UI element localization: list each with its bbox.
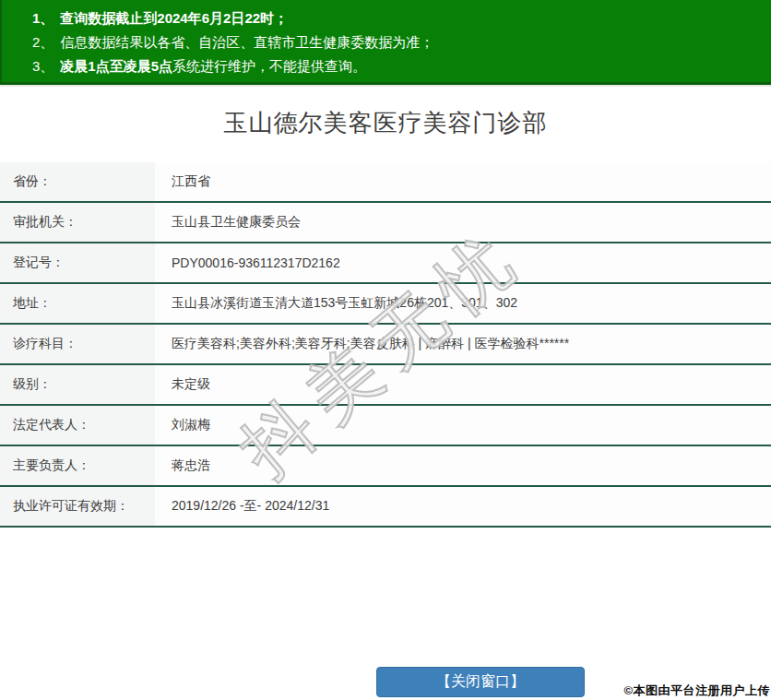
- row-value: 江西省: [155, 162, 771, 201]
- row-label: 地址：: [0, 284, 155, 323]
- notice-banner: 1、查询数据截止到2024年6月2日22时； 2、信息数据结果以各省、自治区、直…: [0, 0, 771, 85]
- table-row-license-validity: 执业许可证有效期： 2019/12/26 -至- 2024/12/31: [0, 487, 771, 528]
- notice-line-2: 2、信息数据结果以各省、自治区、直辖市卫生健康委数据为准；: [32, 30, 762, 54]
- row-label: 级别：: [0, 365, 155, 404]
- notice-text: 系统进行维护，不能提供查询。: [172, 58, 366, 74]
- notice-number: 1、: [32, 10, 53, 26]
- notice-number: 2、: [32, 34, 53, 50]
- table-row-registration-number: 登记号： PDY00016-936112317D2162: [0, 243, 771, 284]
- row-label: 诊疗科目：: [0, 325, 155, 363]
- row-label: 主要负责人：: [0, 446, 155, 485]
- row-value: 刘淑梅: [155, 406, 771, 445]
- row-label: 执业许可证有效期：: [0, 487, 155, 526]
- row-value: 玉山县卫生健康委员会: [155, 203, 771, 242]
- table-row-province: 省份： 江西省: [0, 162, 771, 203]
- copyright-notice: ©本图由平台注册用户上传: [623, 682, 770, 699]
- table-row-approval-authority: 审批机关： 玉山县卫生健康委员会: [0, 203, 771, 243]
- table-row-treatment-subjects: 诊疗科目： 医疗美容科;美容外科;美容牙科;美容皮肤科 | 麻醉科 | 医学检验…: [0, 325, 771, 365]
- notice-line-3: 3、凌晨1点至凌晨5点系统进行维护，不能提供查询。: [32, 54, 762, 78]
- row-value: 蒋忠浩: [155, 446, 771, 485]
- table-row-level: 级别： 未定级: [0, 365, 771, 406]
- row-label: 法定代表人：: [0, 406, 155, 445]
- row-value: 医疗美容科;美容外科;美容牙科;美容皮肤科 | 麻醉科 | 医学检验科*****…: [155, 325, 771, 363]
- row-label: 审批机关：: [0, 203, 155, 242]
- row-value: 2019/12/26 -至- 2024/12/31: [155, 487, 771, 526]
- row-value: 未定级: [155, 365, 771, 404]
- notice-text: 信息数据结果以各省、自治区、直辖市卫生健康委数据为准；: [60, 34, 433, 50]
- institution-info-table: 省份： 江西省 审批机关： 玉山县卫生健康委员会 登记号： PDY00016-9…: [0, 162, 771, 528]
- row-label: 登记号：: [0, 243, 155, 282]
- close-window-button[interactable]: 【关闭窗口】: [376, 667, 585, 697]
- notice-text: 查询数据截止到2024年6月2日22时；: [60, 10, 288, 26]
- notice-number: 3、: [32, 58, 53, 74]
- page-title: 玉山德尔美客医疗美容门诊部: [0, 107, 771, 138]
- row-value: 玉山县冰溪街道玉清大道153号玉虹新城26栋201、301、302: [155, 284, 771, 323]
- row-value: PDY00016-936112317D2162: [155, 243, 771, 282]
- table-row-address: 地址： 玉山县冰溪街道玉清大道153号玉虹新城26栋201、301、302: [0, 284, 771, 325]
- row-label: 省份：: [0, 162, 155, 201]
- table-row-legal-representative: 法定代表人： 刘淑梅: [0, 406, 771, 446]
- table-row-main-responsible-person: 主要负责人： 蒋忠浩: [0, 446, 771, 487]
- notice-text-bold: 凌晨1点至凌晨5点: [60, 58, 172, 74]
- notice-line-1: 1、查询数据截止到2024年6月2日22时；: [32, 6, 762, 30]
